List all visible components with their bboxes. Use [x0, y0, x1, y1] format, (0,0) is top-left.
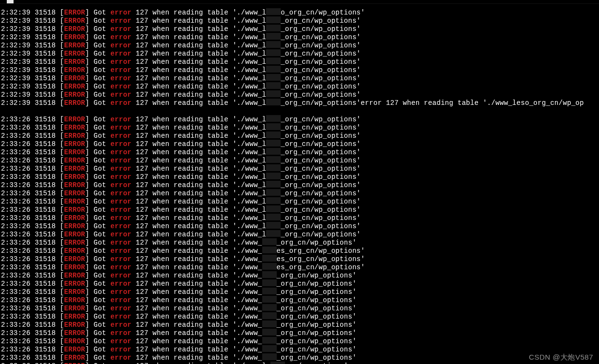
log-pid: 31518 — [35, 25, 60, 33]
bracket-close: ] — [85, 313, 93, 320]
log-got: Got — [93, 91, 110, 99]
active-tab-handle[interactable] — [7, 0, 14, 3]
redaction-box — [266, 41, 281, 48]
log-msg-post: _org_cn/wp_options' — [281, 66, 360, 74]
bracket-close: ] — [85, 263, 93, 271]
log-got: Got — [93, 329, 110, 337]
log-pid: 31518 — [35, 206, 60, 214]
log-got: Got — [93, 206, 110, 214]
log-level: ERROR — [64, 132, 86, 140]
log-msg-post: _org_cn/wp_options' — [281, 91, 360, 99]
log-time: 2:32:39 — [1, 83, 35, 90]
bracket-close: ] — [85, 116, 93, 123]
bracket-close: ] — [85, 91, 93, 99]
log-msg-pre: 127 when reading table './www_ — [132, 247, 262, 255]
bracket-close: ] — [85, 9, 93, 16]
log-got: Got — [93, 313, 110, 320]
log-level: ERROR — [64, 313, 86, 320]
bracket-close: ] — [85, 83, 93, 90]
log-line: 2:32:39 31518 [ERROR] Got error 127 when… — [1, 66, 599, 74]
bracket-open: [ — [60, 83, 64, 90]
log-line: 2:33:26 31518 [ERROR] Got error 127 when… — [1, 206, 599, 214]
redaction-box — [266, 189, 281, 196]
log-error-word: error — [110, 346, 132, 353]
bracket-close: ] — [85, 189, 93, 197]
log-msg-post: _org_cn/wp_options' — [281, 116, 360, 123]
log-time: 2:32:39 — [1, 91, 35, 99]
bracket-open: [ — [60, 272, 64, 279]
log-msg-pre: 127 when reading table './www_ — [132, 272, 262, 279]
log-got: Got — [93, 173, 110, 181]
redaction-box — [266, 148, 281, 155]
log-pid: 31518 — [35, 354, 60, 362]
log-time: 2:32:39 — [1, 17, 35, 25]
log-msg-pre: 127 when reading table './www_l — [132, 165, 266, 173]
log-line: 2:33:26 31518 [ERROR] Got error 127 when… — [1, 189, 599, 198]
redaction-box — [266, 90, 281, 97]
log-error-word: error — [110, 255, 132, 263]
redaction-box — [266, 214, 281, 220]
log-got: Got — [93, 25, 110, 33]
bracket-close: ] — [85, 354, 93, 362]
log-line: 2:32:39 31518 [ERROR] Got error 127 when… — [1, 99, 599, 107]
redaction-box — [262, 312, 277, 319]
log-msg-post: _org_cn/wp_options' — [277, 329, 357, 337]
bracket-open: [ — [60, 140, 64, 148]
log-line: 2:32:39 31518 [ERROR] Got error 127 when… — [1, 9, 599, 17]
bracket-open: [ — [60, 206, 64, 214]
log-pid: 31518 — [35, 313, 60, 320]
redaction-box — [266, 25, 281, 31]
log-error-word: error — [110, 132, 132, 140]
log-msg-pre: 127 when reading table './www_l — [132, 222, 266, 230]
log-msg-pre: 127 when reading table './www_l — [132, 99, 266, 107]
log-line: 2:33:26 31518 [ERROR] Got error 127 when… — [1, 132, 599, 140]
bracket-close: ] — [85, 50, 93, 58]
bracket-close: ] — [85, 173, 93, 181]
log-pid: 31518 — [35, 231, 60, 238]
bracket-open: [ — [60, 362, 64, 364]
log-time: 2:33:26 — [1, 157, 35, 164]
redaction-box — [266, 99, 281, 105]
log-line: 2:32:39 31518 [ERROR] Got error 127 when… — [1, 25, 599, 33]
log-pid: 31518 — [35, 58, 60, 66]
log-error-word: error — [110, 91, 132, 99]
bracket-open: [ — [60, 247, 64, 255]
log-error-word: error — [110, 263, 132, 271]
log-pid: 31518 — [35, 346, 60, 353]
bracket-open: [ — [60, 148, 64, 156]
log-got: Got — [93, 116, 110, 123]
log-msg-pre: 127 when reading table './www_l — [132, 157, 266, 164]
log-time: 2:33:26 — [1, 362, 35, 364]
bracket-open: [ — [60, 157, 64, 164]
log-time: 2:33:26 — [1, 247, 35, 255]
log-msg-post: _org_cn/wp_options' — [281, 189, 360, 197]
log-error-word: error — [110, 239, 132, 247]
log-level: ERROR — [64, 296, 86, 304]
log-level: ERROR — [64, 222, 86, 230]
log-line: 2:33:26 31518 [ERROR] Got error 127 when… — [1, 272, 599, 280]
log-level: ERROR — [64, 17, 86, 25]
log-msg-pre: 127 when reading table './www_l — [132, 50, 266, 58]
log-line: 2:33:26 31518 [ERROR] Got error 127 when… — [1, 313, 599, 321]
bracket-open: [ — [60, 33, 64, 41]
bracket-close: ] — [85, 272, 93, 279]
bracket-open: [ — [60, 50, 64, 58]
log-time: 2:33:26 — [1, 148, 35, 156]
log-msg-post: _org_cn/wp_options' — [277, 337, 357, 345]
log-time: 2:32:39 — [1, 25, 35, 33]
bracket-open: [ — [60, 337, 64, 345]
log-pid: 31518 — [35, 33, 60, 41]
log-time: 2:32:39 — [1, 50, 35, 58]
terminal-output[interactable]: 2:32:39 31518 [ERROR] Got error 127 when… — [0, 4, 599, 364]
log-msg-pre: 127 when reading table './www_l — [132, 74, 266, 82]
log-pid: 31518 — [35, 263, 60, 271]
log-msg-post: _org_cn/wp_options' — [277, 346, 357, 353]
log-msg-post: _org_cn/wp_options' — [281, 42, 360, 49]
log-msg-pre: 127 when reading table './www_l — [132, 83, 266, 90]
log-time: 2:33:26 — [1, 231, 35, 238]
log-msg-pre: 127 when reading table './www_ — [132, 288, 262, 296]
log-error-word: error — [110, 99, 132, 107]
redaction-box — [266, 197, 281, 204]
log-msg-pre: 127 when reading table './www_ — [132, 313, 262, 320]
bracket-close: ] — [85, 337, 93, 345]
